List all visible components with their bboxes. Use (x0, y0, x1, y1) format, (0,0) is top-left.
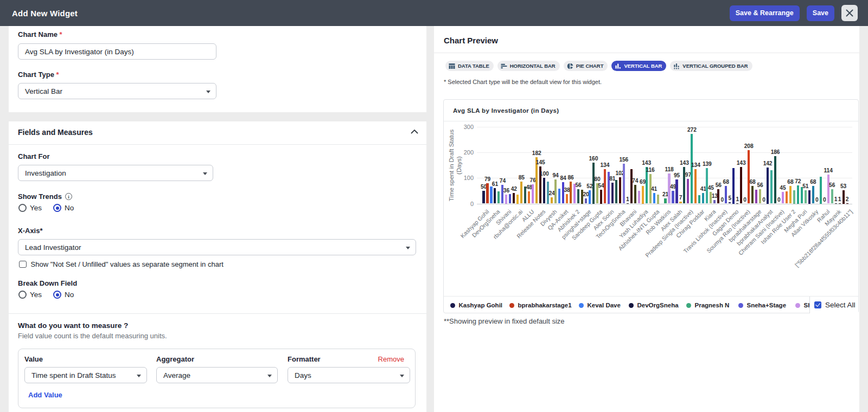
chart-type-select[interactable]: Vertical Bar (18, 83, 216, 99)
bar[interactable] (554, 179, 557, 203)
bar[interactable] (725, 186, 727, 203)
save-rearrange-button[interactable]: Save & Rearrange (730, 5, 800, 21)
bar[interactable] (736, 203, 738, 204)
collapse-chevron-icon[interactable] (411, 129, 418, 134)
tab-pie-chart[interactable]: PIE CHART (564, 61, 608, 71)
bar[interactable] (831, 189, 833, 203)
bar[interactable] (713, 200, 716, 203)
bar[interactable] (843, 190, 845, 204)
legend-item[interactable]: Kashyap Gohil (450, 297, 503, 313)
tab-vertical-grouped-bar[interactable]: VERTICAL GROUPED BAR (670, 61, 752, 71)
bar[interactable] (482, 191, 484, 204)
bar[interactable] (592, 163, 595, 204)
bar[interactable] (551, 197, 553, 203)
bar[interactable] (513, 193, 515, 204)
bar[interactable] (755, 190, 757, 204)
bar[interactable] (509, 194, 511, 204)
bar[interactable] (543, 178, 545, 203)
bar[interactable] (767, 168, 769, 204)
chart-name-input[interactable]: Avg SLA by Investigator (in Days) (18, 43, 216, 60)
legend-item[interactable]: Keval Dave (579, 297, 621, 313)
bar[interactable] (558, 189, 560, 204)
bar[interactable] (801, 187, 803, 204)
break-down-yes-radio[interactable] (18, 291, 27, 299)
tab-vertical-bar[interactable]: VERTICAL BAR (611, 61, 666, 71)
bar[interactable] (687, 179, 689, 204)
bar[interactable] (532, 184, 534, 204)
bar[interactable] (805, 190, 807, 203)
show-trends-yes-radio[interactable] (18, 204, 27, 212)
bar[interactable] (820, 177, 822, 204)
bar[interactable] (748, 150, 750, 203)
bar[interactable] (812, 186, 814, 203)
show-trends-no-radio[interactable] (53, 204, 61, 212)
value-select[interactable]: Time spent in Draft Status (24, 367, 147, 383)
bar[interactable] (729, 202, 731, 203)
bar[interactable] (604, 169, 606, 203)
bar[interactable] (528, 191, 530, 204)
bar[interactable] (751, 186, 754, 203)
bar[interactable] (797, 185, 799, 204)
info-icon[interactable] (65, 193, 72, 200)
bar[interactable] (672, 191, 674, 203)
bar[interactable] (490, 186, 492, 204)
bar[interactable] (642, 186, 644, 204)
tab-data-table[interactable]: DATA TABLE (445, 61, 494, 71)
bar[interactable] (827, 175, 829, 204)
bar[interactable] (675, 179, 678, 204)
remove-link[interactable]: Remove (378, 355, 404, 363)
legend-item[interactable]: Pragnesh N (686, 297, 730, 313)
bar[interactable] (562, 182, 564, 204)
bar[interactable] (691, 134, 693, 203)
bar[interactable] (494, 188, 496, 204)
tab-horizontal-bar[interactable]: HORIZONTAL BAR (497, 61, 560, 71)
legend-item[interactable]: bprabhakarstage1 (509, 297, 572, 313)
bar[interactable] (589, 190, 591, 204)
bar[interactable] (634, 185, 636, 204)
bar[interactable] (619, 177, 621, 203)
bar[interactable] (679, 202, 681, 203)
bar[interactable] (786, 191, 788, 204)
x-axis-select[interactable]: Lead Investigator (18, 239, 416, 255)
save-button[interactable]: Save (807, 5, 834, 21)
bar[interactable] (793, 190, 795, 204)
bar[interactable] (657, 195, 659, 204)
chart-for-select[interactable]: Investigation (18, 165, 213, 181)
bar[interactable] (717, 189, 719, 203)
close-button[interactable] (841, 5, 858, 21)
bar[interactable] (505, 195, 507, 204)
bar[interactable] (740, 167, 742, 203)
bar[interactable] (770, 170, 773, 204)
bar[interactable] (664, 198, 666, 204)
bar[interactable] (577, 189, 579, 203)
bar[interactable] (774, 156, 776, 204)
bar[interactable] (698, 195, 700, 204)
aggregator-select[interactable]: Average (156, 367, 278, 383)
select-all-checkbox[interactable] (814, 301, 821, 308)
bar[interactable] (497, 191, 500, 204)
not-set-checkbox[interactable] (19, 261, 27, 268)
bar[interactable] (759, 189, 761, 203)
bar[interactable] (839, 203, 841, 204)
bar[interactable] (520, 182, 522, 203)
break-down-no-radio[interactable] (53, 291, 61, 299)
bar[interactable] (566, 194, 568, 204)
bar[interactable] (835, 203, 837, 204)
bar[interactable] (702, 193, 704, 203)
bar[interactable] (732, 168, 735, 204)
bar[interactable] (694, 169, 697, 203)
bar[interactable] (846, 203, 848, 204)
bar[interactable] (808, 190, 810, 204)
bar[interactable] (638, 191, 640, 204)
formatter-select[interactable]: Days (288, 367, 410, 383)
bar[interactable] (600, 190, 602, 204)
bar[interactable] (653, 193, 655, 203)
bar[interactable] (630, 169, 633, 203)
bar[interactable] (570, 182, 572, 204)
bar[interactable] (611, 183, 614, 203)
bar[interactable] (615, 180, 617, 203)
bar[interactable] (782, 192, 784, 203)
bar[interactable] (486, 183, 488, 203)
legend-item[interactable]: Sneha+Stage (738, 297, 787, 313)
bar[interactable] (585, 198, 587, 203)
